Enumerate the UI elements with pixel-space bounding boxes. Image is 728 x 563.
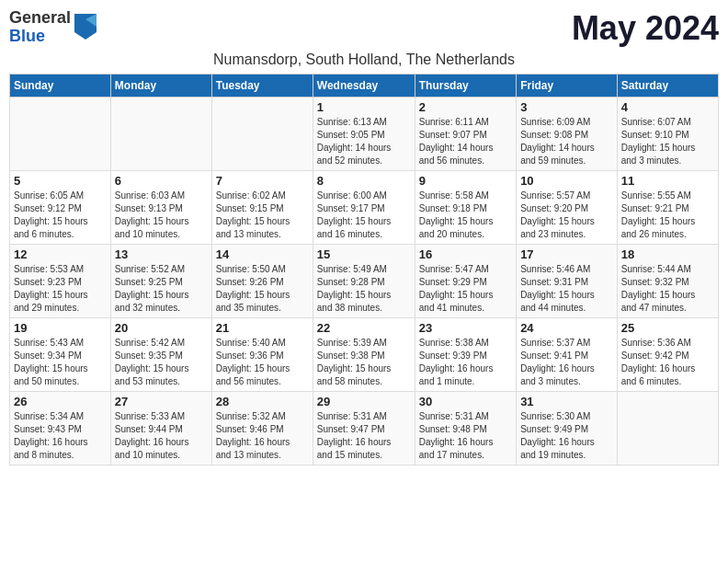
day-number: 5 xyxy=(14,174,107,188)
day-number: 6 xyxy=(115,174,208,188)
day-info: Sunrise: 5:37 AM Sunset: 9:41 PM Dayligh… xyxy=(520,337,613,388)
calendar-cell: 11Sunrise: 5:55 AM Sunset: 9:21 PM Dayli… xyxy=(617,171,718,245)
day-info: Sunrise: 5:32 AM Sunset: 9:46 PM Dayligh… xyxy=(216,410,309,462)
day-info: Sunrise: 5:38 AM Sunset: 9:39 PM Dayligh… xyxy=(419,337,512,388)
day-number: 21 xyxy=(216,321,309,335)
day-info: Sunrise: 5:42 AM Sunset: 9:35 PM Dayligh… xyxy=(115,337,208,388)
calendar-cell: 19Sunrise: 5:43 AM Sunset: 9:34 PM Dayli… xyxy=(10,318,111,392)
day-info: Sunrise: 6:03 AM Sunset: 9:13 PM Dayligh… xyxy=(115,190,208,241)
day-info: Sunrise: 5:31 AM Sunset: 9:47 PM Dayligh… xyxy=(317,410,411,462)
day-number: 22 xyxy=(317,321,411,335)
calendar-cell: 5Sunrise: 6:05 AM Sunset: 9:12 PM Daylig… xyxy=(10,171,111,245)
calendar-cell: 22Sunrise: 5:39 AM Sunset: 9:38 PM Dayli… xyxy=(313,318,415,392)
header-thursday: Thursday xyxy=(415,75,516,98)
day-number: 12 xyxy=(14,247,107,261)
day-info: Sunrise: 5:57 AM Sunset: 9:20 PM Dayligh… xyxy=(520,190,613,241)
calendar-cell: 26Sunrise: 5:34 AM Sunset: 9:43 PM Dayli… xyxy=(10,392,111,465)
day-number: 23 xyxy=(419,321,512,335)
day-info: Sunrise: 5:55 AM Sunset: 9:21 PM Dayligh… xyxy=(621,190,714,241)
calendar-cell: 2Sunrise: 6:11 AM Sunset: 9:07 PM Daylig… xyxy=(415,98,516,171)
calendar-cell: 17Sunrise: 5:46 AM Sunset: 9:31 PM Dayli… xyxy=(517,245,618,318)
logo-icon xyxy=(74,14,97,40)
header-monday: Monday xyxy=(110,75,211,98)
calendar-cell xyxy=(617,392,718,465)
day-number: 10 xyxy=(520,174,613,188)
day-number: 27 xyxy=(115,395,208,408)
day-number: 28 xyxy=(216,395,309,408)
day-number: 7 xyxy=(216,174,309,188)
day-info: Sunrise: 6:05 AM Sunset: 9:12 PM Dayligh… xyxy=(14,190,107,241)
calendar-cell: 14Sunrise: 5:50 AM Sunset: 9:26 PM Dayli… xyxy=(211,245,313,318)
day-info: Sunrise: 6:13 AM Sunset: 9:05 PM Dayligh… xyxy=(317,116,411,167)
day-number: 15 xyxy=(317,247,411,261)
day-number: 3 xyxy=(520,100,613,114)
day-number: 16 xyxy=(419,247,512,261)
day-info: Sunrise: 5:49 AM Sunset: 9:28 PM Dayligh… xyxy=(317,263,411,315)
day-info: Sunrise: 5:43 AM Sunset: 9:34 PM Dayligh… xyxy=(14,337,107,388)
day-number: 31 xyxy=(520,395,613,408)
day-info: Sunrise: 5:46 AM Sunset: 9:31 PM Dayligh… xyxy=(520,263,613,315)
calendar-cell: 15Sunrise: 5:49 AM Sunset: 9:28 PM Dayli… xyxy=(313,245,415,318)
calendar-cell: 21Sunrise: 5:40 AM Sunset: 9:36 PM Dayli… xyxy=(211,318,313,392)
calendar-cell: 20Sunrise: 5:42 AM Sunset: 9:35 PM Dayli… xyxy=(110,318,211,392)
month-title: May 2024 xyxy=(572,9,719,48)
calendar-cell: 27Sunrise: 5:33 AM Sunset: 9:44 PM Dayli… xyxy=(110,392,211,465)
calendar-cell: 9Sunrise: 5:58 AM Sunset: 9:18 PM Daylig… xyxy=(415,171,516,245)
day-number: 9 xyxy=(419,174,512,188)
calendar-cell: 18Sunrise: 5:44 AM Sunset: 9:32 PM Dayli… xyxy=(617,245,718,318)
day-info: Sunrise: 6:11 AM Sunset: 9:07 PM Dayligh… xyxy=(419,116,512,167)
calendar-cell xyxy=(10,98,111,171)
logo-general: General xyxy=(9,9,71,28)
calendar-cell: 10Sunrise: 5:57 AM Sunset: 9:20 PM Dayli… xyxy=(517,171,618,245)
week-row-3: 12Sunrise: 5:53 AM Sunset: 9:23 PM Dayli… xyxy=(10,245,719,318)
calendar-cell: 4Sunrise: 6:07 AM Sunset: 9:10 PM Daylig… xyxy=(617,98,718,171)
day-info: Sunrise: 6:09 AM Sunset: 9:08 PM Dayligh… xyxy=(520,116,613,167)
day-info: Sunrise: 5:52 AM Sunset: 9:25 PM Dayligh… xyxy=(115,263,208,315)
calendar-cell: 28Sunrise: 5:32 AM Sunset: 9:46 PM Dayli… xyxy=(211,392,313,465)
calendar-cell: 25Sunrise: 5:36 AM Sunset: 9:42 PM Dayli… xyxy=(617,318,718,392)
calendar-cell: 3Sunrise: 6:09 AM Sunset: 9:08 PM Daylig… xyxy=(517,98,618,171)
day-info: Sunrise: 5:47 AM Sunset: 9:29 PM Dayligh… xyxy=(419,263,512,315)
subtitle: Numansdorp, South Holland, The Netherlan… xyxy=(9,52,719,68)
day-info: Sunrise: 5:31 AM Sunset: 9:48 PM Dayligh… xyxy=(419,410,512,462)
week-row-4: 19Sunrise: 5:43 AM Sunset: 9:34 PM Dayli… xyxy=(10,318,719,392)
calendar-cell: 6Sunrise: 6:03 AM Sunset: 9:13 PM Daylig… xyxy=(110,171,211,245)
calendar-cell: 30Sunrise: 5:31 AM Sunset: 9:48 PM Dayli… xyxy=(415,392,516,465)
day-number: 24 xyxy=(520,321,613,335)
day-number: 19 xyxy=(14,321,107,335)
header-tuesday: Tuesday xyxy=(211,75,313,98)
week-row-5: 26Sunrise: 5:34 AM Sunset: 9:43 PM Dayli… xyxy=(10,392,719,465)
day-number: 2 xyxy=(419,100,512,114)
day-number: 17 xyxy=(520,247,613,261)
day-number: 30 xyxy=(419,395,512,408)
day-number: 18 xyxy=(621,247,714,261)
day-number: 26 xyxy=(14,395,107,408)
day-number: 14 xyxy=(216,247,309,261)
day-number: 4 xyxy=(621,100,714,114)
day-info: Sunrise: 5:44 AM Sunset: 9:32 PM Dayligh… xyxy=(621,263,714,315)
day-info: Sunrise: 5:39 AM Sunset: 9:38 PM Dayligh… xyxy=(317,337,411,388)
calendar-cell: 12Sunrise: 5:53 AM Sunset: 9:23 PM Dayli… xyxy=(10,245,111,318)
logo: General Blue xyxy=(9,9,97,46)
day-number: 25 xyxy=(621,321,714,335)
calendar-cell: 29Sunrise: 5:31 AM Sunset: 9:47 PM Dayli… xyxy=(313,392,415,465)
week-row-1: 1Sunrise: 6:13 AM Sunset: 9:05 PM Daylig… xyxy=(10,98,719,171)
day-info: Sunrise: 5:33 AM Sunset: 9:44 PM Dayligh… xyxy=(115,410,208,462)
day-info: Sunrise: 5:30 AM Sunset: 9:49 PM Dayligh… xyxy=(520,410,613,462)
header-saturday: Saturday xyxy=(617,75,718,98)
calendar-cell: 7Sunrise: 6:02 AM Sunset: 9:15 PM Daylig… xyxy=(211,171,313,245)
day-number: 8 xyxy=(317,174,411,188)
day-number: 1 xyxy=(317,100,411,114)
day-number: 29 xyxy=(317,395,411,408)
day-info: Sunrise: 5:58 AM Sunset: 9:18 PM Dayligh… xyxy=(419,190,512,241)
week-row-2: 5Sunrise: 6:05 AM Sunset: 9:12 PM Daylig… xyxy=(10,171,719,245)
day-info: Sunrise: 5:34 AM Sunset: 9:43 PM Dayligh… xyxy=(14,410,107,462)
day-info: Sunrise: 6:07 AM Sunset: 9:10 PM Dayligh… xyxy=(621,116,714,167)
header: General Blue May 2024 xyxy=(9,9,719,48)
day-number: 13 xyxy=(115,247,208,261)
calendar-header-row: SundayMondayTuesdayWednesdayThursdayFrid… xyxy=(10,75,719,98)
calendar-table: SundayMondayTuesdayWednesdayThursdayFrid… xyxy=(9,74,719,465)
day-info: Sunrise: 6:00 AM Sunset: 9:17 PM Dayligh… xyxy=(317,190,411,241)
day-info: Sunrise: 5:53 AM Sunset: 9:23 PM Dayligh… xyxy=(14,263,107,315)
calendar-cell: 24Sunrise: 5:37 AM Sunset: 9:41 PM Dayli… xyxy=(517,318,618,392)
